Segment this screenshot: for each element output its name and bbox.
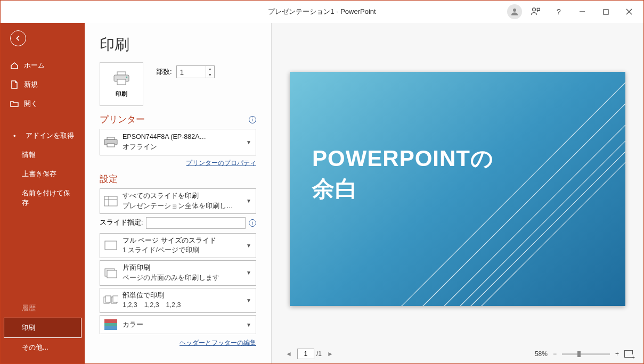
titlebar: プレゼンテーション1 - PowerPoint ? <box>1 1 643 23</box>
svg-rect-8 <box>117 79 126 85</box>
next-page-button[interactable]: ► <box>324 349 337 359</box>
copies-input[interactable] <box>177 66 206 78</box>
nav-new-label: 新規 <box>24 80 38 89</box>
slides-all-icon <box>103 195 118 208</box>
fullpage-icon <box>103 239 118 252</box>
nav-new[interactable]: 新規 <box>1 75 85 94</box>
nav-more-label: その他... <box>22 343 48 352</box>
preview-area: POWERPOINTの 余白 <box>281 32 634 345</box>
svg-line-23 <box>380 72 625 306</box>
chevron-down-icon: ▼ <box>246 139 252 145</box>
feedback-icon[interactable] <box>525 3 545 20</box>
nav-home[interactable]: ホーム <box>1 56 85 75</box>
page-input[interactable] <box>297 349 314 359</box>
back-button[interactable] <box>10 30 26 46</box>
copies-label: 部数: <box>156 67 172 77</box>
account-button[interactable] <box>507 4 522 19</box>
nav-info[interactable]: 情報 <box>1 145 85 164</box>
svg-line-27 <box>450 130 625 306</box>
layout-combo[interactable]: フル ページ サイズのスライド 1 スライド/ページで印刷 ▼ <box>100 233 256 259</box>
chevron-down-icon: ▼ <box>246 270 252 276</box>
slide-spec-label: スライド指定: <box>100 218 143 227</box>
nav-saveas-label: 名前を付けて保存 <box>22 188 75 208</box>
nav-saveas[interactable]: 名前を付けて保存 <box>1 184 85 212</box>
svg-rect-12 <box>107 144 115 147</box>
backstage-sidebar: ホーム 新規 開く アドインを取得 情報 上書き保存 名前を付けて保存 履歴 印… <box>1 23 85 363</box>
nav-save-label: 上書き保存 <box>22 169 56 179</box>
slide-preview: POWERPOINTの 余白 <box>290 72 625 306</box>
chevron-down-icon: ▼ <box>246 322 252 328</box>
print-preview-panel: POWERPOINTの 余白 ◄ /1 ► <box>271 23 643 363</box>
nav-save[interactable]: 上書き保存 <box>1 164 85 184</box>
printer-info-icon[interactable]: i <box>249 116 256 123</box>
svg-point-0 <box>513 9 516 12</box>
home-icon <box>10 61 19 70</box>
svg-line-26 <box>439 120 625 306</box>
nav-open[interactable]: 開く <box>1 94 85 113</box>
svg-rect-18 <box>107 270 117 278</box>
svg-point-9 <box>126 76 128 78</box>
svg-rect-13 <box>104 196 117 206</box>
copies-down[interactable]: ▼ <box>206 72 214 78</box>
page-total: /1 <box>316 350 322 358</box>
nav-getaddins[interactable]: アドインを取得 <box>1 126 85 145</box>
svg-rect-16 <box>105 241 117 250</box>
settings-section-title: 設定 <box>100 173 256 185</box>
prev-page-button[interactable]: ◄ <box>282 349 295 359</box>
help-button[interactable]: ? <box>549 3 569 20</box>
svg-point-1 <box>533 8 536 11</box>
nav-history: 履歴 <box>1 299 85 318</box>
color-combo[interactable]: カラー ▼ <box>100 315 256 334</box>
collate-combo[interactable]: 部単位で印刷 1,2,3 1,2,3 1,2,3 ▼ <box>100 288 256 313</box>
nav-history-label: 履歴 <box>22 303 36 313</box>
svg-rect-3 <box>604 10 608 14</box>
zoom-value: 58% <box>535 350 548 358</box>
print-button-label: 印刷 <box>116 90 127 98</box>
color-icon <box>103 318 118 331</box>
nav-open-label: 開く <box>24 99 38 109</box>
printer-combo[interactable]: EPSON744F8A (EP-882A… オフライン ▼ <box>100 129 256 155</box>
slide-spec-input[interactable] <box>146 217 246 229</box>
duplex-combo[interactable]: 片面印刷 ページの片面のみを印刷します ▼ <box>100 260 256 286</box>
header-footer-link[interactable]: ヘッダーとフッターの編集 <box>180 339 256 346</box>
svg-rect-22 <box>113 296 118 302</box>
slide-decoration <box>380 72 625 306</box>
folder-open-icon <box>10 100 19 108</box>
copies-up[interactable]: ▲ <box>206 66 214 72</box>
chevron-down-icon: ▼ <box>246 198 252 204</box>
nav-home-label: ホーム <box>24 61 45 70</box>
printer-icon <box>112 71 131 87</box>
nav-print-label: 印刷 <box>21 323 35 333</box>
close-button[interactable] <box>619 3 639 20</box>
printer-device-icon <box>103 136 118 148</box>
zoom-in-button[interactable]: + <box>614 350 620 358</box>
zoom-slider[interactable] <box>562 353 610 355</box>
print-button[interactable]: 印刷 <box>100 62 143 106</box>
new-icon <box>10 80 19 89</box>
minimize-button[interactable] <box>572 3 592 20</box>
maximize-button[interactable] <box>596 3 616 20</box>
zoom-fit-button[interactable] <box>624 350 633 358</box>
preview-footer: ◄ /1 ► 58% − + <box>281 345 634 359</box>
nav-info-label: 情報 <box>22 150 36 160</box>
svg-rect-11 <box>107 137 115 139</box>
svg-rect-20 <box>105 296 111 302</box>
print-settings-panel: 印刷 印刷 部数: ▲ ▼ <box>85 23 271 363</box>
svg-rect-6 <box>117 72 126 75</box>
nav-print[interactable]: 印刷 <box>4 318 81 338</box>
collate-icon <box>103 294 118 307</box>
nav-more[interactable]: その他... <box>1 338 85 357</box>
which-slides-combo[interactable]: すべてのスライドを印刷 プレゼンテーション全体を印刷し… ▼ <box>100 188 256 214</box>
chevron-down-icon: ▼ <box>246 297 252 303</box>
page-title: 印刷 <box>100 35 256 55</box>
zoom-out-button[interactable]: − <box>552 350 558 358</box>
titlebar-right: ? <box>507 3 639 20</box>
window-title: プレゼンテーション1 - PowerPoint <box>268 7 376 16</box>
printer-section-title: プリンター <box>100 113 145 126</box>
printer-name: EPSON744F8A (EP-882A… <box>123 132 242 142</box>
single-side-icon <box>103 267 118 279</box>
copies-spinner[interactable]: ▲ ▼ <box>176 65 215 78</box>
nav-getaddins-label: アドインを取得 <box>26 131 74 140</box>
slide-spec-info-icon[interactable]: i <box>249 219 256 227</box>
printer-properties-link[interactable]: プリンターのプロパティ <box>186 159 256 167</box>
